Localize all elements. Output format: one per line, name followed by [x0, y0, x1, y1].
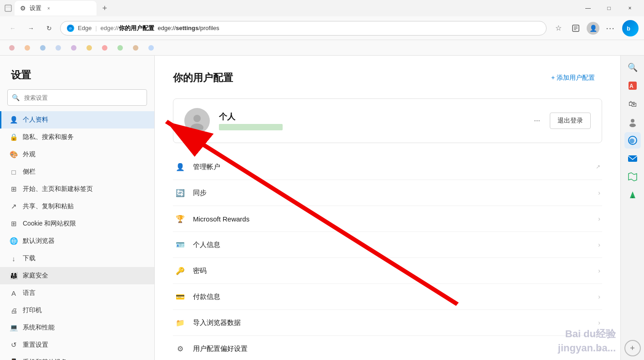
nav-label-mobile: 手机和其他设备: [23, 358, 67, 360]
nav-label-default: 默认浏览器: [23, 237, 55, 245]
nav-label-language: 语言: [23, 289, 35, 297]
address-url-settings: 你的用户配置: [119, 25, 154, 31]
menu-label-preferences: 用户配置偏好设置: [193, 345, 591, 353]
nav-icon-reset: ↺: [9, 340, 18, 350]
sidebar-item-startup[interactable]: ⊞ 开始、主页和新建标签页: [0, 180, 154, 198]
sidebar-maps-icon[interactable]: [624, 169, 641, 185]
nav-label-privacy: 隐私、搜索和服务: [23, 133, 74, 141]
add-profile-button[interactable]: + 添加用户配置: [544, 70, 602, 86]
nav-label-reset: 重置设置: [23, 341, 48, 349]
sidebar-item-downloads[interactable]: ↓ 下载: [0, 250, 154, 267]
sidebar-item-reset[interactable]: ↺ 重置设置: [0, 336, 154, 354]
menu-label-personal-info: 个人信息: [193, 241, 591, 249]
search-input[interactable]: [7, 89, 147, 106]
bookmark-item[interactable]: [36, 43, 49, 52]
sidebar-shopping-icon[interactable]: 🛍: [624, 96, 641, 112]
sidebar-item-cookies[interactable]: ⊞ Cookie 和网站权限: [0, 215, 154, 232]
sidebar-edge-icon[interactable]: [624, 132, 641, 149]
chevron-icon: ›: [598, 345, 600, 352]
sidebar-item-privacy[interactable]: 🔒 隐私、搜索和服务: [0, 129, 154, 146]
address-bar: ← → ↻ Edge | edge://你的用户配置 edge://settin…: [0, 16, 644, 40]
menu-item-preferences[interactable]: ⚙ 用户配置偏好设置 ›: [173, 336, 602, 360]
bookmark-item[interactable]: [83, 43, 96, 52]
sidebar-add-button[interactable]: +: [624, 340, 641, 356]
back-button[interactable]: ←: [5, 21, 20, 36]
bookmark-item[interactable]: [67, 43, 80, 52]
chevron-icon: ›: [598, 189, 600, 196]
sidebar-item-system[interactable]: 💻 系统和性能: [0, 319, 154, 336]
bookmark-item[interactable]: [52, 43, 65, 52]
sidebar-people-icon[interactable]: [624, 114, 641, 130]
tab-title: 设置: [30, 4, 41, 12]
sidebar-item-share[interactable]: ↗ 共享、复制和粘贴: [0, 198, 154, 215]
minimize-button[interactable]: —: [578, 1, 598, 15]
chevron-icon: ›: [598, 241, 600, 248]
bookmark-item[interactable]: [129, 43, 142, 52]
menu-item-personal-info[interactable]: 🪪 个人信息 ›: [173, 232, 602, 258]
menu-item-password[interactable]: 🔑 密码 ›: [173, 258, 602, 284]
refresh-button[interactable]: ↻: [42, 21, 56, 36]
sidebar-item-family[interactable]: 👨‍👩‍👧 家庭安全: [0, 267, 154, 284]
sidebar-item-mobile[interactable]: 📱 手机和其他设备: [0, 354, 154, 360]
bookmark-item[interactable]: [5, 43, 18, 52]
menu-button[interactable]: ···: [602, 20, 619, 36]
new-tab-button[interactable]: +: [98, 2, 111, 15]
sidebar-item-default[interactable]: 🌐 默认浏览器: [0, 232, 154, 250]
menu-icon-import: 📁: [175, 317, 186, 328]
menu-item-rewards[interactable]: 🏆 Microsoft Rewards ›: [173, 206, 602, 232]
browser-right-sidebar: 🔍 A 🛍 +: [620, 56, 644, 360]
sidebar-item-profile[interactable]: 👤 个人资料: [0, 111, 154, 129]
nav-icon-cookies: ⊞: [9, 219, 18, 228]
menu-item-payment[interactable]: 💳 付款信息 ›: [173, 284, 602, 310]
bookmark-item[interactable]: [21, 43, 34, 52]
profile-button[interactable]: 👤: [585, 20, 601, 36]
svg-text:b: b: [627, 25, 630, 32]
favorites-icon[interactable]: ☆: [550, 20, 567, 36]
svg-point-19: [632, 196, 634, 198]
address-url-display: edge://settings/profiles: [158, 25, 219, 31]
sidebar-search-icon[interactable]: 🔍: [624, 59, 641, 76]
bookmark-item[interactable]: [98, 43, 111, 52]
tab-close-button[interactable]: ×: [45, 5, 52, 12]
menu-item-manage-account[interactable]: 👤 管理帐户 ↗: [173, 154, 602, 180]
settings-main-panel: 你的用户配置 + 添加用户配置 个人 ··· 退出登录: [155, 56, 620, 360]
close-button[interactable]: ×: [619, 1, 640, 15]
bing-button[interactable]: b: [622, 20, 639, 36]
logout-button[interactable]: 退出登录: [550, 113, 591, 129]
chevron-icon: ›: [598, 293, 600, 300]
sidebar-games-icon[interactable]: [624, 187, 641, 203]
menu-label-manage-account: 管理帐户: [193, 163, 588, 171]
nav-icon-appearance: 🎨: [9, 150, 18, 159]
svg-marker-18: [629, 173, 637, 181]
search-box: 🔍: [7, 89, 147, 106]
bookmark-item[interactable]: [145, 43, 157, 52]
more-options-button[interactable]: ···: [530, 113, 544, 128]
sidebar-item-language[interactable]: A 语言: [0, 284, 154, 302]
settings-title: 设置: [0, 56, 154, 89]
collections-icon[interactable]: [568, 20, 584, 36]
sidebar-item-printer[interactable]: 🖨 打印机: [0, 302, 154, 319]
svg-point-15: [629, 123, 636, 127]
nav-label-downloads: 下载: [23, 254, 35, 262]
profile-actions: ··· 退出登录: [530, 113, 591, 129]
menu-icon-password: 🔑: [175, 265, 186, 276]
nav-icon-share: ↗: [9, 202, 18, 211]
svg-point-8: [193, 115, 201, 122]
sidebar-item-appearance[interactable]: 🎨 外观: [0, 146, 154, 163]
sidebar-outlook-icon[interactable]: [624, 150, 641, 167]
active-tab[interactable]: ⚙ 设置 ×: [15, 1, 96, 15]
svg-text:A: A: [629, 83, 634, 89]
sidebar-extensions-icon[interactable]: A: [624, 77, 641, 94]
sidebar-item-sidebar[interactable]: □ 侧栏: [0, 163, 154, 180]
menu-item-sync[interactable]: 🔄 同步 ›: [173, 180, 602, 206]
nav-icon-printer: 🖨: [9, 306, 18, 315]
nav-icon-default: 🌐: [9, 237, 18, 246]
menu-icon-preferences: ⚙: [175, 343, 186, 354]
address-input[interactable]: Edge | edge://你的用户配置 edge://settings/pro…: [60, 21, 547, 36]
maximize-button[interactable]: □: [598, 1, 619, 15]
forward-button[interactable]: →: [24, 21, 38, 36]
address-url: edge://你的用户配置: [101, 24, 154, 32]
menu-item-import[interactable]: 📁 导入浏览器数据 ›: [173, 310, 602, 336]
bookmark-item[interactable]: [114, 43, 127, 52]
title-bar-left: ⚙ 设置 × +: [4, 1, 111, 15]
